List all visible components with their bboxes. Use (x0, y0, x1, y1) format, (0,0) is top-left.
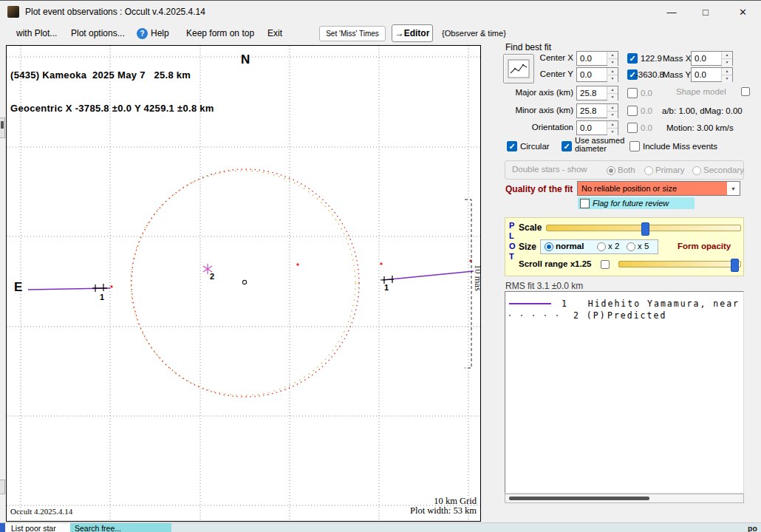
quality-value[interactable]: No reliable position or size (578, 182, 727, 195)
center-x-spin-buttons[interactable] (607, 52, 618, 65)
include-miss-events-label: Include Miss events (643, 142, 717, 151)
major-axis-value[interactable]: 25.8 (577, 86, 607, 100)
spin-down-icon[interactable] (607, 112, 618, 118)
scale-slider[interactable] (546, 225, 741, 231)
quality-dropdown[interactable]: No reliable position or size (577, 181, 740, 196)
legend-row-observer[interactable]: 1 Hidehito Yamamura, near (505, 299, 743, 308)
scroll-range-slider-thumb[interactable] (731, 259, 739, 272)
flag-review-label: Flag for future review (593, 199, 669, 208)
include-miss-events-checkbox[interactable] (629, 141, 640, 151)
menu-with-plot[interactable]: with Plot... (16, 28, 57, 38)
size-x2-radio[interactable] (597, 242, 606, 251)
major-axis-spin-buttons[interactable] (607, 86, 618, 100)
minor-axis-value[interactable]: 25.8 (577, 104, 607, 117)
scroll-range-checkbox[interactable] (601, 260, 610, 269)
mas-bracket (465, 200, 471, 368)
title-bar: Plot event observations : Occult v.4.202… (0, 1, 761, 23)
menu-plot-options[interactable]: Plot options... (71, 28, 125, 38)
mass-x-spinner[interactable]: 0.0 (691, 51, 733, 66)
spin-up-icon[interactable] (607, 104, 618, 112)
orientation-spinner[interactable]: 0.0 (576, 120, 618, 135)
list-poor-star-tab[interactable]: List poor star (5, 523, 70, 532)
minor-axis-fit-checkbox[interactable] (627, 106, 638, 116)
major-axis-fit-checkbox[interactable] (627, 88, 638, 98)
plot-width-note: Plot width: 53 km (410, 506, 477, 516)
orientation-fit-checkbox[interactable] (627, 123, 638, 133)
double-stars-primary-radio (644, 166, 653, 175)
minor-axis-fit-value: 0.0 (641, 106, 652, 115)
center-x-fit-value: 122.9 (641, 54, 662, 63)
spin-down-icon[interactable] (607, 129, 618, 135)
orientation-label: Orientation (485, 123, 573, 132)
major-axis-fit-value: 0.0 (641, 89, 652, 98)
minimize-button[interactable]: — (655, 1, 689, 23)
size-label: Size (519, 242, 536, 252)
spin-down-icon[interactable] (722, 59, 732, 66)
center-x-value[interactable]: 0.0 (577, 52, 607, 65)
spin-up-icon[interactable] (607, 68, 618, 75)
mass-y-value[interactable]: 0.0 (692, 68, 721, 81)
double-stars-secondary-radio (692, 166, 701, 175)
menu-exit[interactable]: Exit (267, 28, 282, 38)
major-axis-spinner[interactable]: 25.8 (576, 86, 618, 100)
observer-legend-list[interactable]: 1 Hidehito Yamamura, near 2 (P) Predicte… (505, 291, 744, 494)
double-stars-primary-label: Primary (655, 166, 685, 174)
dropdown-arrow-icon[interactable] (727, 182, 740, 195)
mass-y-spinner[interactable]: 0.0 (691, 67, 733, 82)
spin-up-icon[interactable] (607, 52, 618, 59)
scroll-range-slider[interactable] (618, 261, 741, 267)
plot-header-line1: (5435) Kameoka 2025 May 7 25.8 km (10, 69, 214, 81)
spin-up-icon[interactable] (607, 121, 618, 129)
size-x5-radio[interactable] (627, 242, 635, 251)
menu-help[interactable]: Help (151, 28, 169, 38)
mass-x-spin-buttons[interactable] (721, 52, 732, 65)
menu-keep-on-top[interactable]: Keep form on top (186, 28, 254, 38)
orientation-fit-value: 0.0 (641, 123, 652, 132)
set-miss-times-button[interactable]: Set 'Miss' Times (319, 26, 386, 41)
mass-x-value[interactable]: 0.0 (692, 52, 721, 65)
size-normal-radio[interactable] (545, 242, 553, 251)
circular-checkbox[interactable] (507, 141, 517, 151)
close-button[interactable]: ✕ (725, 1, 761, 23)
spin-down-icon[interactable] (722, 75, 732, 82)
plot-canvas[interactable]: 1 1 2 10 mas (5435) Kameoka 2025 May 7 2… (6, 45, 481, 522)
mass-y-spin-buttons[interactable] (721, 68, 732, 81)
spin-down-icon[interactable] (607, 75, 618, 82)
use-assumed-diameter-checkbox[interactable] (562, 141, 572, 151)
plot-notes: 10 km Grid Plot width: 53 km (410, 497, 477, 516)
use-assumed-line2: diameter (575, 144, 607, 153)
spin-up-icon[interactable] (722, 68, 732, 75)
center-y-spinner[interactable]: 0.0 (576, 67, 618, 82)
plot-letter-p: P (509, 221, 514, 230)
scale-slider-thumb[interactable] (641, 222, 649, 236)
center-y-spin-buttons[interactable] (607, 68, 618, 81)
spin-up-icon[interactable] (607, 86, 618, 94)
legend-name: Hidehito Yamamura, near (588, 299, 740, 309)
fragment-icon (1, 121, 4, 129)
center-x-spinner[interactable]: 0.0 (576, 51, 618, 66)
minor-axis-spin-buttons[interactable] (607, 104, 618, 117)
legend-horizontal-scrollbar[interactable] (505, 494, 744, 503)
orientation-spin-buttons[interactable] (607, 121, 618, 134)
maximize-button[interactable]: □ (689, 1, 723, 23)
center-x-fit-checkbox[interactable] (627, 53, 638, 64)
shape-model-checkbox[interactable] (741, 87, 750, 96)
flag-review-checkbox[interactable] (580, 199, 590, 208)
spin-up-icon[interactable] (722, 52, 732, 59)
plot-header: (5435) Kameoka 2025 May 7 25.8 km Geocen… (10, 47, 214, 136)
search-free-tab[interactable]: Search free... (70, 523, 171, 532)
minor-axis-spinner[interactable]: 25.8 (576, 103, 618, 118)
legend-row-predicted[interactable]: 2 (P) Predicted (505, 310, 743, 320)
editor-button[interactable]: →Editor (392, 24, 433, 42)
bottom-strip: List poor star Search free... po (0, 522, 761, 532)
chord-right-number: 1 (384, 283, 389, 292)
double-stars-secondary-label: Secondary (703, 166, 744, 174)
center-y-value[interactable]: 0.0 (577, 68, 607, 81)
scrollbar-thumb[interactable] (509, 497, 649, 500)
spin-down-icon[interactable] (607, 94, 618, 100)
spin-down-icon[interactable] (607, 59, 618, 66)
help-icon[interactable] (137, 28, 148, 39)
legend-name: Predicted (607, 310, 666, 321)
centre-marker (242, 280, 246, 284)
orientation-value[interactable]: 0.0 (577, 121, 607, 134)
